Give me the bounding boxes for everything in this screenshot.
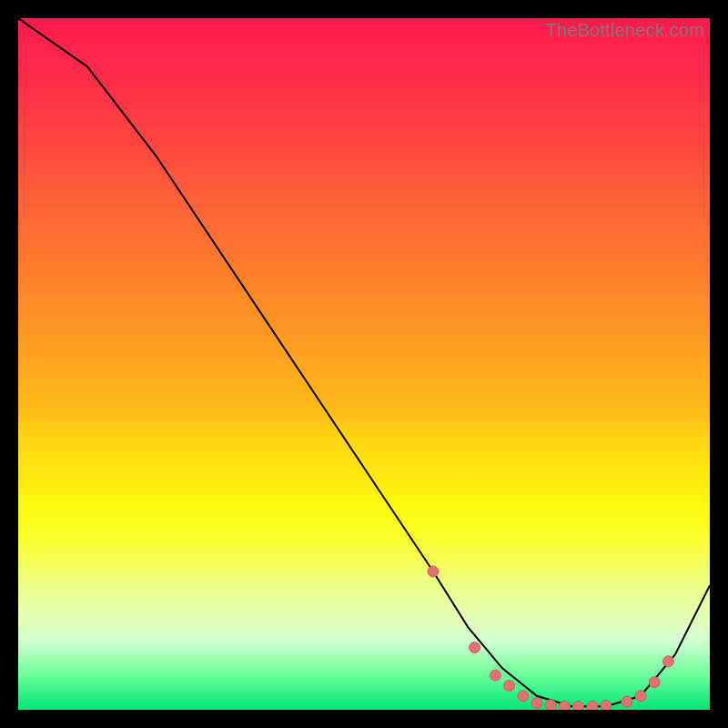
marker-point xyxy=(518,691,529,702)
chart-svg xyxy=(18,18,710,710)
marker-point xyxy=(622,696,632,707)
marker-point xyxy=(573,701,584,710)
marker-point xyxy=(490,670,500,681)
marker-point xyxy=(601,700,612,710)
chart-frame: TheBottleneck.com xyxy=(0,0,728,728)
marker-point xyxy=(587,701,598,710)
marker-point xyxy=(559,701,570,710)
gradient-plot-area: TheBottleneck.com xyxy=(18,18,710,710)
marker-point xyxy=(428,566,439,577)
marker-point xyxy=(662,656,673,667)
bottleneck-curve xyxy=(18,18,710,706)
marker-point xyxy=(470,642,480,653)
marker-point xyxy=(635,691,646,702)
marker-point xyxy=(531,697,542,708)
marker-point xyxy=(504,680,515,691)
marker-point xyxy=(649,677,660,688)
marker-point xyxy=(545,700,556,710)
